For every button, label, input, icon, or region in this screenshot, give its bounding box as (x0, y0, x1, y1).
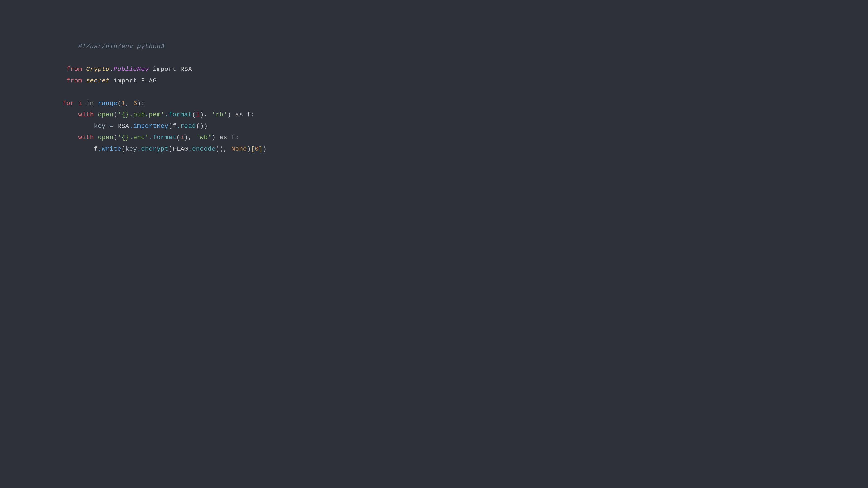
func-read: .read (176, 123, 196, 130)
keyword-for: for (62, 100, 74, 107)
shebang-comment: #!/usr/bin/env python3 (78, 43, 164, 50)
keyword-as-2: as (219, 134, 227, 141)
index-zero: 0 (255, 145, 258, 153)
func-importkey: .importKey (129, 123, 168, 130)
line-fwrite: f.write(key.encrypt(FLAG.encode(), None)… (62, 143, 267, 155)
rsa-class-2: RSA (118, 123, 129, 130)
blank-1 (62, 87, 267, 98)
var-key-2: key (125, 145, 137, 153)
line-with-open-enc: with open('{}.enc'.format(i), 'wb') as f… (62, 132, 267, 143)
func-write: .write (98, 145, 121, 153)
line-with-open-pub: with open('{}.pub.pem'.format(i), 'rb') … (62, 109, 267, 121)
var-key: key (94, 123, 105, 130)
var-f-2: f (173, 123, 176, 130)
func-encrypt: .encrypt (137, 145, 168, 153)
code-block: #!/usr/bin/env python3 from Crypto.Publi… (49, 21, 280, 164)
var-i-2: i (196, 111, 200, 118)
keyword-from-2: from (62, 77, 82, 84)
keyword-with-2: with (78, 134, 94, 141)
keyword-from-1: from (62, 66, 82, 73)
bracket-open: [ (251, 145, 255, 153)
var-i-3: i (180, 134, 184, 141)
string-pub-pem: '{}.pub.pem' (118, 111, 164, 118)
line-shebang: #!/usr/bin/env python3 (62, 30, 267, 64)
func-open-2: open (98, 134, 114, 141)
func-encode: .encode (188, 145, 216, 153)
number-1: 1 (121, 100, 125, 107)
var-f-4: f (94, 145, 98, 153)
var-i-1: i (78, 100, 82, 107)
class-flag-2: FLAG (173, 145, 188, 153)
class-flag: FLAG (141, 77, 157, 84)
module-pubkey: PublicKey (114, 66, 149, 73)
none-value: None (231, 145, 247, 153)
module-crypto: Crypto (86, 66, 110, 73)
line-importkey: key = RSA.importKey(f.read()) (62, 121, 267, 132)
line-for: for i in range(1, 6): (62, 98, 267, 109)
line-import-rsa: from Crypto.PublicKey import RSA (62, 64, 267, 75)
func-open-1: open (98, 111, 114, 118)
class-rsa: RSA (180, 66, 192, 73)
method-format-1: .format (164, 111, 192, 118)
keyword-with-1: with (78, 111, 94, 118)
number-6: 6 (133, 100, 137, 107)
string-wb: 'wb' (196, 134, 212, 141)
keyword-import-1: import (153, 66, 176, 73)
keyword-as-1: as (235, 111, 243, 118)
module-secret: secret (86, 77, 110, 84)
func-range: range (98, 100, 118, 107)
var-f-3: f (231, 134, 235, 141)
line-import-flag: from secret import FLAG (62, 75, 267, 87)
keyword-import-2: import (114, 77, 137, 84)
var-f-1: f (247, 111, 251, 118)
string-enc: '{}.enc' (118, 134, 149, 141)
method-format-2: .format (149, 134, 177, 141)
keyword-in: in (86, 100, 94, 107)
string-rb: 'rb' (212, 111, 227, 118)
bracket-close: ] (259, 145, 263, 153)
